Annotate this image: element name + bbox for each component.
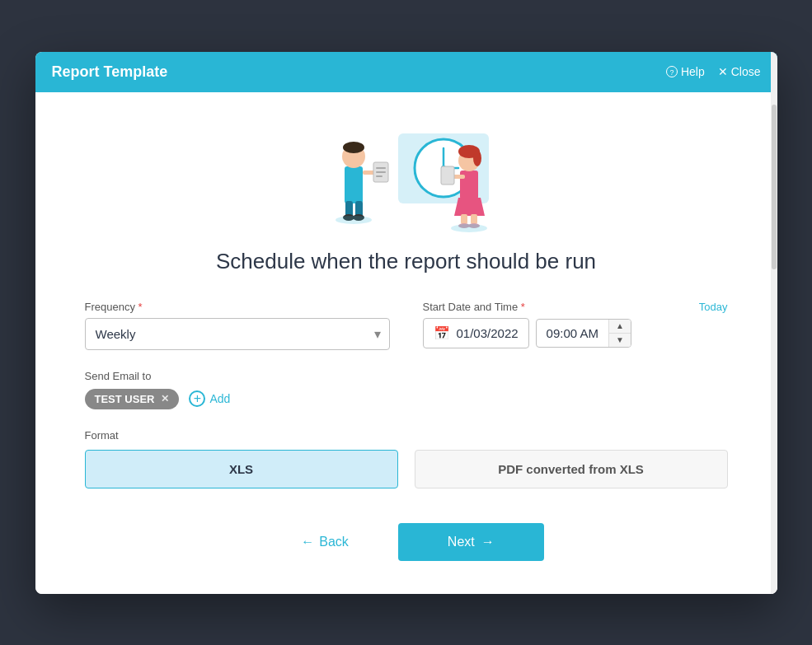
next-button[interactable]: Next → xyxy=(398,523,544,561)
format-section: Format XLS PDF converted from XLS xyxy=(85,429,728,488)
format-label: Format xyxy=(85,429,728,442)
time-spinners: ▲ ▼ xyxy=(608,320,631,347)
svg-point-9 xyxy=(343,142,364,153)
date-value: 01/03/2022 xyxy=(457,326,519,340)
scrollbar-thumb xyxy=(772,105,777,269)
svg-point-23 xyxy=(473,150,481,166)
start-datetime-group: Start Date and Time * Today 📅 01/03/2022… xyxy=(423,301,728,350)
svg-rect-27 xyxy=(471,214,477,224)
svg-marker-20 xyxy=(454,198,485,216)
help-icon: ? xyxy=(666,66,678,77)
svg-rect-7 xyxy=(345,166,363,203)
close-icon: ✕ xyxy=(718,65,728,78)
modal-header: Report Template ? Help ✕ Close xyxy=(35,52,777,92)
frequency-select-wrapper[interactable]: Weekly Daily Monthly ▾ xyxy=(85,318,390,350)
svg-rect-14 xyxy=(376,175,383,177)
time-up-button[interactable]: ▲ xyxy=(609,320,631,334)
start-datetime-label: Start Date and Time * xyxy=(423,301,525,313)
frequency-date-row: Frequency * Weekly Daily Monthly ▾ xyxy=(85,301,728,350)
add-circle-icon: + xyxy=(189,390,205,407)
svg-rect-13 xyxy=(376,171,386,173)
tag-remove-button[interactable]: ✕ xyxy=(161,393,169,404)
datetime-label-row: Start Date and Time * Today xyxy=(423,301,728,313)
scrollbar[interactable] xyxy=(771,52,777,594)
format-xls-button[interactable]: XLS xyxy=(85,450,398,488)
arrow-left-icon: ← xyxy=(301,535,314,549)
time-down-button[interactable]: ▼ xyxy=(609,334,631,347)
email-row: TEST USER ✕ + Add xyxy=(85,389,728,409)
send-email-section: Send Email to TEST USER ✕ + Add xyxy=(85,370,728,409)
today-link[interactable]: Today xyxy=(699,301,728,313)
close-button[interactable]: ✕ Close xyxy=(718,65,761,78)
schedule-illustration xyxy=(299,109,514,232)
modal-body: Schedule when the report should be run F… xyxy=(35,92,777,594)
time-value: 09:00 AM xyxy=(537,320,608,347)
add-email-button[interactable]: + Add xyxy=(189,390,230,407)
svg-rect-26 xyxy=(461,214,467,224)
arrow-right-icon: → xyxy=(481,535,495,549)
report-template-modal: Report Template ? Help ✕ Close xyxy=(35,52,777,594)
modal-title: Report Template xyxy=(52,63,168,81)
svg-point-31 xyxy=(451,224,487,232)
header-actions: ? Help ✕ Close xyxy=(666,65,761,78)
svg-rect-25 xyxy=(441,166,454,185)
back-button[interactable]: ← Back xyxy=(268,523,382,561)
frequency-label: Frequency * xyxy=(85,301,390,313)
frequency-select[interactable]: Weekly Daily Monthly xyxy=(86,319,389,349)
datetime-inputs: 📅 01/03/2022 09:00 AM ▲ ▼ xyxy=(423,318,631,348)
send-email-label: Send Email to xyxy=(85,370,728,382)
calendar-icon: 📅 xyxy=(434,325,450,341)
svg-text:?: ? xyxy=(669,68,674,77)
time-input[interactable]: 09:00 AM ▲ ▼ xyxy=(536,319,631,348)
format-pdf-button[interactable]: PDF converted from XLS xyxy=(415,450,728,488)
help-button[interactable]: ? Help xyxy=(666,65,705,78)
tag-label: TEST USER xyxy=(95,393,155,405)
svg-rect-12 xyxy=(376,167,386,169)
schedule-heading: Schedule when the report should be run xyxy=(85,249,728,274)
illustration xyxy=(85,109,728,232)
test-user-tag: TEST USER ✕ xyxy=(85,389,180,409)
svg-point-30 xyxy=(336,216,372,224)
frequency-group: Frequency * Weekly Daily Monthly ▾ xyxy=(85,301,390,350)
date-input[interactable]: 📅 01/03/2022 xyxy=(423,318,529,348)
footer-actions: ← Back Next → xyxy=(85,515,728,569)
format-options: XLS PDF converted from XLS xyxy=(85,450,728,488)
